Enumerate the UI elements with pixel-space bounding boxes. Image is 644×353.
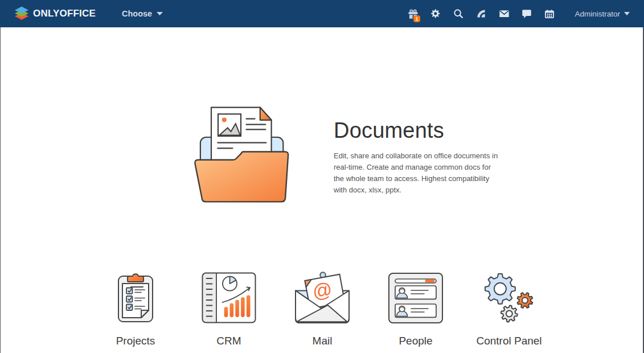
onlyoffice-logo[interactable]: ONLYOFFICE [14, 6, 96, 21]
search-button[interactable] [447, 0, 470, 27]
gift-badge: 1 [413, 15, 420, 22]
logo-text: ONLYOFFICE [33, 6, 96, 21]
module-crm[interactable]: CRM [189, 266, 269, 348]
mail-icon-large: @ [294, 271, 350, 323]
gift-button[interactable]: 1 [401, 0, 424, 27]
module-icon-wrap [96, 266, 175, 323]
people-icon [388, 273, 443, 323]
page: ONLYOFFICE Choose 1 [0, 0, 644, 353]
window-left-edge [0, 27, 1, 353]
module-icon-wrap [469, 266, 549, 323]
module-people[interactable]: People [376, 266, 456, 348]
search-icon [454, 9, 463, 19]
module-icon-wrap [189, 266, 269, 323]
chat-icon [522, 10, 531, 18]
module-label: Projects [96, 334, 175, 348]
user-menu[interactable]: Administrator [575, 0, 630, 27]
settings-button[interactable] [424, 0, 447, 27]
feed-icon [477, 10, 486, 18]
gear-icon [431, 9, 440, 18]
chevron-down-icon [624, 12, 630, 15]
projects-icon [117, 270, 154, 323]
module-label: Control Panel [469, 334, 549, 348]
module-icon-wrap [376, 266, 456, 323]
module-icon-wrap: @ [282, 266, 362, 323]
navbar-icons: 1 [401, 0, 561, 27]
hero-text: Documents Edit, share and collaborate on… [334, 118, 510, 196]
control-panel-icon [482, 271, 536, 323]
svg-text:@: @ [311, 278, 334, 303]
onlyoffice-logo-icon [14, 6, 29, 21]
feed-button[interactable] [470, 0, 493, 27]
top-navbar: ONLYOFFICE Choose 1 [0, 0, 644, 27]
module-projects[interactable]: Projects [96, 266, 175, 348]
chevron-down-icon [157, 12, 163, 15]
module-label: Mail [282, 334, 362, 348]
documents-illustration [194, 105, 292, 204]
chat-button[interactable] [515, 0, 538, 27]
module-label: CRM [189, 334, 269, 348]
user-name: Administrator [575, 10, 620, 18]
calendar-button[interactable] [538, 0, 561, 27]
mail-icon [499, 10, 509, 18]
calendar-icon [545, 10, 554, 18]
hero-description: Edit, share and collaborate on office do… [334, 150, 510, 196]
module-control-panel[interactable]: Control Panel [469, 266, 549, 348]
mail-button[interactable] [493, 0, 515, 27]
module-label: People [376, 334, 456, 348]
module-mail[interactable]: @ Mail [282, 266, 362, 348]
choose-dropdown[interactable]: Choose [122, 0, 163, 27]
hero-title: Documents [334, 118, 510, 143]
crm-icon [202, 272, 256, 323]
